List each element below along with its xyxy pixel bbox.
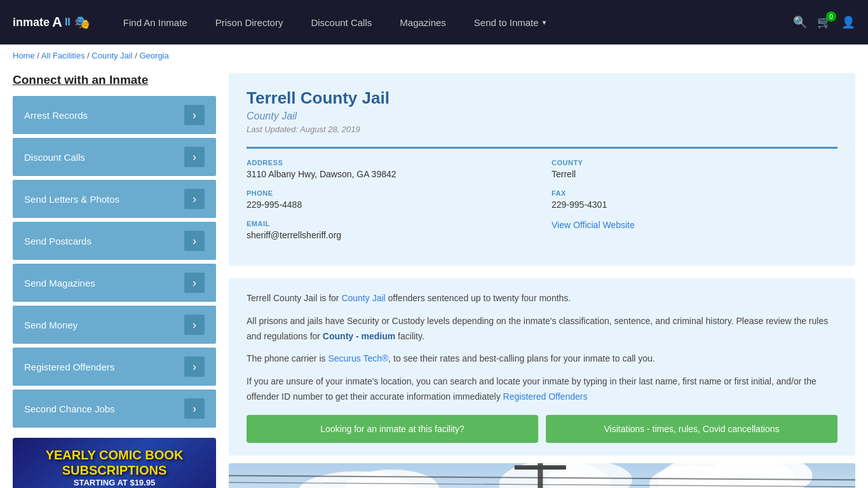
navbar: inmate A ll 🎭 Find An Inmate Prison Dire… <box>0 0 868 44</box>
breadcrumb-state[interactable]: Georgia <box>139 51 168 60</box>
nav-send-to-inmate[interactable]: Send to Inmate ▼ <box>460 0 562 44</box>
main-content: Terrell County Jail County Jail Last Upd… <box>229 73 855 488</box>
dropdown-arrow-icon: ▼ <box>541 19 548 26</box>
county-label: COUNTY <box>552 159 837 166</box>
arrow-icon-send-magazines: › <box>184 273 205 293</box>
arrow-icon-send-money: › <box>184 315 205 335</box>
nav-magazines[interactable]: Magazines <box>386 0 460 44</box>
desc-p3: The phone carrier is Securus Tech®, to s… <box>247 351 837 367</box>
facility-type: County Jail <box>247 111 837 122</box>
nav-discount-calls[interactable]: Discount Calls <box>297 0 386 44</box>
sidebar-label-arrest-records: Arrest Records <box>24 110 88 121</box>
sidebar-label-registered-offenders: Registered Offenders <box>24 362 114 372</box>
sidebar-menu: Arrest Records › Discount Calls › Send L… <box>13 96 216 428</box>
phone-block: PHONE 229-995-4488 <box>247 189 532 210</box>
sidebar-item-arrest-records[interactable]: Arrest Records › <box>13 96 216 134</box>
arrow-icon-second-chance-jobs: › <box>184 398 205 419</box>
registered-offenders-link[interactable]: Registered Offenders <box>503 391 588 402</box>
description-block: Terrell County Jail is for County Jail o… <box>229 278 855 456</box>
address-label: ADDRESS <box>247 159 532 166</box>
user-button[interactable]: 👤 <box>841 15 855 29</box>
sidebar-label-send-letters: Send Letters & Photos <box>24 194 119 205</box>
desc-p1: Terrell County Jail is for County Jail o… <box>247 291 837 306</box>
address-value: 3110 Albany Hwy, Dawson, GA 39842 <box>247 169 532 179</box>
arrow-icon-arrest-records: › <box>184 105 205 125</box>
email-block: EMAIL sheriff@terrellsheriff.org <box>247 220 532 240</box>
sidebar-item-send-magazines[interactable]: Send Magazines › <box>13 264 216 302</box>
email-value: sheriff@terrellsheriff.org <box>247 230 532 240</box>
sidebar-item-discount-calls[interactable]: Discount Calls › <box>13 138 216 176</box>
sidebar: Connect with an Inmate Arrest Records › … <box>13 73 216 488</box>
official-website-link[interactable]: View Official Website <box>552 220 635 230</box>
fax-value: 229-995-4301 <box>552 200 837 210</box>
cart-button[interactable]: 🛒 0 <box>817 15 831 29</box>
facility-photo-svg <box>229 463 855 488</box>
sidebar-label-discount-calls: Discount Calls <box>24 152 85 163</box>
facility-updated: Last Updated: August 28, 2019 <box>247 125 837 134</box>
county-jail-link[interactable]: County Jail <box>341 293 385 303</box>
logo-a: A <box>52 14 62 30</box>
sidebar-item-send-money[interactable]: Send Money › <box>13 306 216 344</box>
fax-label: FAX <box>552 189 837 197</box>
logo-icon: 🎭 <box>74 15 90 30</box>
arrow-icon-registered-offenders: › <box>184 356 205 377</box>
sidebar-label-send-money: Send Money <box>24 320 78 330</box>
nav-icons: 🔍 🛒 0 👤 <box>793 15 855 29</box>
county-value: Terrell <box>552 169 837 179</box>
arrow-icon-send-postcards: › <box>184 231 205 251</box>
desc-p4: If you are unsure of your inmate's locat… <box>247 374 837 405</box>
sidebar-label-second-chance-jobs: Second Chance Jobs <box>24 403 115 414</box>
search-button[interactable]: 🔍 <box>793 15 807 29</box>
securus-link[interactable]: Securus Tech® <box>328 353 388 363</box>
breadcrumb-all-facilities[interactable]: All Facilities <box>41 51 85 60</box>
logo-text: inmate <box>13 16 50 29</box>
county-medium-link[interactable]: County - medium <box>323 331 395 341</box>
svg-rect-9 <box>515 465 566 470</box>
ad-banner[interactable]: YEARLY COMIC BOOK SUBSCRIPTIONS STARTING… <box>13 438 216 488</box>
website-block: View Official Website <box>552 220 837 240</box>
visitation-button[interactable]: Visitations - times, rules, Covid cancel… <box>546 415 837 443</box>
ad-price: STARTING AT $19.95 <box>23 478 206 487</box>
sidebar-label-send-postcards: Send Postcards <box>24 236 92 247</box>
breadcrumb-home[interactable]: Home <box>13 51 35 60</box>
county-block: COUNTY Terrell <box>552 159 837 179</box>
sidebar-item-registered-offenders[interactable]: Registered Offenders › <box>13 348 216 386</box>
phone-value: 229-995-4488 <box>247 200 532 210</box>
phone-label: PHONE <box>247 189 532 197</box>
nav-find-inmate[interactable]: Find An Inmate <box>109 0 201 44</box>
sidebar-item-second-chance-jobs[interactable]: Second Chance Jobs › <box>13 390 216 428</box>
nav-links: Find An Inmate Prison Directory Discount… <box>109 0 793 44</box>
facility-card: Terrell County Jail County Jail Last Upd… <box>229 73 855 266</box>
arrow-icon-send-letters: › <box>184 189 205 209</box>
facility-info-grid: ADDRESS 3110 Albany Hwy, Dawson, GA 3984… <box>247 147 837 240</box>
main-container: Connect with an Inmate Arrest Records › … <box>0 67 868 488</box>
facility-photo <box>229 463 855 488</box>
facility-name: Terrell County Jail <box>247 88 837 108</box>
site-logo[interactable]: inmate A ll 🎭 <box>13 14 90 30</box>
breadcrumb-county-jail[interactable]: County Jail <box>92 51 132 60</box>
nav-prison-directory[interactable]: Prison Directory <box>201 0 297 44</box>
sidebar-title: Connect with an Inmate <box>13 73 216 87</box>
cart-badge: 0 <box>826 11 836 22</box>
breadcrumb: Home / All Facilities / County Jail / Ge… <box>0 44 868 67</box>
ad-title-line1: YEARLY COMIC BOOK <box>23 447 206 463</box>
sidebar-item-send-letters[interactable]: Send Letters & Photos › <box>13 180 216 218</box>
lookup-inmate-button[interactable]: Looking for an inmate at this facility? <box>247 415 538 443</box>
sidebar-item-send-postcards[interactable]: Send Postcards › <box>13 222 216 260</box>
sidebar-label-send-magazines: Send Magazines <box>24 278 95 288</box>
arrow-icon-discount-calls: › <box>184 147 205 167</box>
address-block: ADDRESS 3110 Albany Hwy, Dawson, GA 3984… <box>247 159 532 179</box>
action-buttons: Looking for an inmate at this facility? … <box>247 415 837 443</box>
email-label: EMAIL <box>247 220 532 227</box>
desc-p2: All prisons and jails have Security or C… <box>247 314 837 344</box>
fax-block: FAX 229-995-4301 <box>552 189 837 210</box>
ad-title-line2: SUBSCRIPTIONS <box>23 463 206 478</box>
logo-ll: ll <box>65 17 71 28</box>
